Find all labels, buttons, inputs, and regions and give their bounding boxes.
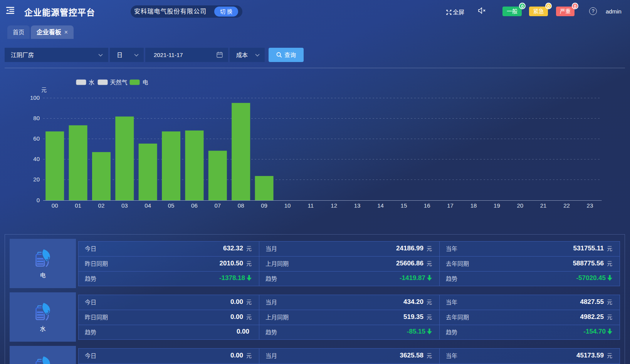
svg-text:20: 20	[33, 176, 40, 183]
svg-text:14: 14	[377, 202, 384, 209]
svg-text:23: 23	[587, 202, 593, 209]
svg-text:04: 04	[144, 202, 151, 209]
svg-text:水: 水	[89, 79, 94, 86]
svg-text:01: 01	[75, 202, 81, 209]
svg-text:40: 40	[33, 156, 40, 162]
svg-text:100: 100	[30, 94, 40, 101]
svg-text:17: 17	[447, 202, 454, 209]
svg-text:元: 元	[41, 87, 47, 93]
svg-text:07: 07	[214, 202, 221, 209]
svg-text:03: 03	[121, 202, 128, 209]
svg-text:09: 09	[261, 202, 267, 209]
svg-text:15: 15	[401, 202, 407, 209]
svg-text:11: 11	[308, 202, 314, 209]
svg-text:60: 60	[33, 135, 40, 142]
svg-text:05: 05	[168, 202, 175, 209]
svg-text:21: 21	[540, 202, 547, 209]
svg-text:06: 06	[191, 202, 198, 209]
svg-text:天然气: 天然气	[110, 79, 128, 86]
svg-text:12: 12	[331, 202, 337, 209]
svg-text:19: 19	[494, 202, 500, 209]
svg-text:08: 08	[238, 202, 244, 209]
svg-text:16: 16	[424, 202, 430, 209]
svg-text:10: 10	[284, 202, 291, 209]
svg-text:00: 00	[52, 202, 58, 209]
svg-text:13: 13	[354, 202, 361, 209]
svg-text:0: 0	[37, 197, 40, 203]
svg-text:22: 22	[563, 202, 570, 209]
svg-text:18: 18	[470, 202, 477, 209]
svg-text:02: 02	[98, 202, 105, 209]
svg-text:20: 20	[517, 202, 523, 209]
svg-text:80: 80	[33, 115, 40, 121]
svg-text:电: 电	[143, 79, 148, 86]
